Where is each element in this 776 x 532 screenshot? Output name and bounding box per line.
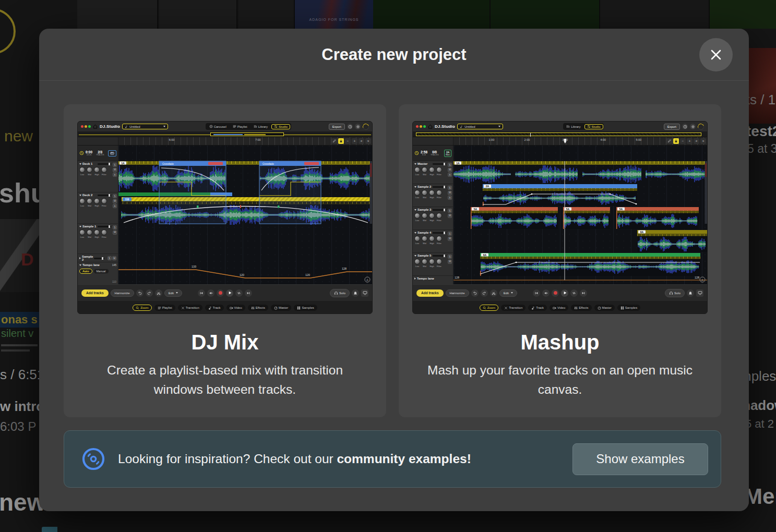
ruler-label: 2:00 xyxy=(524,138,530,141)
deck-panel: 0:0013:26 2/3TRACKS Deck 1 Low Mid High … xyxy=(78,146,118,284)
eq-knobs: Low Mid High Filter xyxy=(78,229,118,239)
chevron-down-icon xyxy=(414,186,416,188)
knob xyxy=(436,213,442,219)
knob xyxy=(101,229,107,235)
mashup-card[interactable]: DJ.Studio Untitled Library Studio Export xyxy=(399,104,721,417)
project-icon xyxy=(125,125,128,128)
tempo-point: 133 xyxy=(192,265,196,268)
zoom-in-icon: + xyxy=(687,138,693,144)
bg-time: 6:03 P xyxy=(0,419,36,434)
zoom-out-icon: − xyxy=(345,138,351,144)
history-button xyxy=(347,124,353,129)
lock-icon xyxy=(673,138,679,144)
ruler-label: 7:00 xyxy=(255,138,261,141)
sm-buttons: SM xyxy=(113,225,117,235)
tab-library: Library xyxy=(251,124,270,129)
tempo-min: 110 xyxy=(112,280,116,283)
show-examples-button[interactable]: Show examples xyxy=(572,443,708,475)
inspiration-banner: Looking for inspiration? Check out our c… xyxy=(64,430,721,488)
knob xyxy=(422,190,427,196)
redo-icon xyxy=(481,289,488,297)
bg-artist-line: onas s xyxy=(1,313,38,327)
tab-video: Video xyxy=(226,305,245,311)
solo-button: Solo xyxy=(330,289,350,297)
traffic-lights xyxy=(81,125,91,128)
svg-text:Crossfade: Crossfade xyxy=(162,163,174,165)
view-tabs: Library Studio xyxy=(563,123,604,130)
transition-window: Crossfade xyxy=(259,161,321,224)
playhead xyxy=(565,161,565,280)
record-button xyxy=(217,289,224,297)
bell-icon xyxy=(352,289,359,297)
skip-start-icon xyxy=(533,289,540,297)
playhead-marker xyxy=(564,139,566,143)
tempo-lane-section: Tempo lane xyxy=(413,276,453,284)
zoom-controls: − + « » xyxy=(666,138,706,144)
harmonize-button: Harmonize xyxy=(111,289,134,297)
gauge-icon xyxy=(274,306,278,310)
tab-samples: Samples xyxy=(294,305,317,311)
transition-icon xyxy=(181,306,185,310)
tracks-canvas: 1A 11B Crossfade xyxy=(118,146,372,284)
knob xyxy=(94,167,100,173)
tempo-max: 145 xyxy=(112,263,116,267)
close-button[interactable] xyxy=(699,38,733,71)
knob xyxy=(436,167,442,173)
time-display: 0:0013:26 2/3TRACKS xyxy=(78,146,118,161)
headphones-icon xyxy=(669,291,673,295)
chevron-down-icon xyxy=(176,292,178,294)
knob xyxy=(436,190,442,196)
avatar xyxy=(362,123,370,131)
scroll-right-icon: » xyxy=(700,138,706,144)
tab-zoom: Zoom xyxy=(480,305,498,311)
svg-text:A: A xyxy=(366,279,368,282)
app-titlebar: DJ.Studio Untitled Library Studio Export xyxy=(413,122,707,132)
project-name-select: Untitled xyxy=(122,124,168,129)
scroll-right-icon: » xyxy=(365,138,371,144)
playlist-icon xyxy=(233,125,236,128)
camera-icon xyxy=(553,306,556,310)
bg-track-row: onas s xyxy=(0,312,40,328)
tempo-value: 128 xyxy=(695,276,699,279)
app-logo: DJ.Studio xyxy=(435,124,455,129)
card-title: Mashup xyxy=(399,331,721,354)
samples-icon xyxy=(297,306,301,310)
knob xyxy=(422,236,427,241)
knob xyxy=(414,259,420,264)
deck-2-section: Deck 2 Low Mid High Filter SMA xyxy=(78,192,118,224)
transport-controls xyxy=(533,289,587,297)
tab-transition: Transition xyxy=(178,305,202,311)
bg-smalltext-bar xyxy=(1,349,30,352)
monitor-icon xyxy=(361,289,368,297)
history-button xyxy=(682,124,688,129)
export-button: Export xyxy=(329,124,345,130)
chevron-down-icon xyxy=(79,195,81,196)
time-display: 2:588:24 0/0TRACKS 2AEbm xyxy=(413,146,453,161)
bg-thumbnail xyxy=(710,0,776,29)
svg-text:5A: 5A xyxy=(474,208,477,211)
tempo-value: 128 xyxy=(455,276,459,279)
clip-key-label: 2A xyxy=(486,185,490,188)
undo-icon xyxy=(136,289,144,297)
overview-strip xyxy=(413,132,707,137)
redo-icon xyxy=(146,289,153,297)
bg-new-tag: new xyxy=(4,127,33,145)
ruler-label: 5:00 xyxy=(636,138,641,141)
tab-track: Track xyxy=(205,305,224,311)
tab-playlist: Playlist xyxy=(230,124,250,129)
toolbar: Add tracks Harmonize Edit Solo xyxy=(413,284,707,301)
disc-icon xyxy=(81,447,105,471)
knob xyxy=(429,167,435,173)
transport-controls xyxy=(198,289,252,297)
bg-artwork: D xyxy=(0,219,40,292)
clip: 6A xyxy=(480,253,700,276)
dj-mix-card[interactable]: DJ.Studio Untitled Carousel Playlist Lib… xyxy=(64,104,386,417)
loop-icon xyxy=(235,289,243,297)
eq-knobs: Low Mid High Filter xyxy=(413,189,453,199)
pencil-icon xyxy=(331,138,337,144)
bg-thumbnail xyxy=(159,0,237,29)
bg-thumbnail xyxy=(600,0,710,29)
studio-icon xyxy=(587,125,591,128)
banner-text: Looking for inspiration? Check out our c… xyxy=(118,452,471,466)
bg-thumbnail xyxy=(77,0,158,29)
